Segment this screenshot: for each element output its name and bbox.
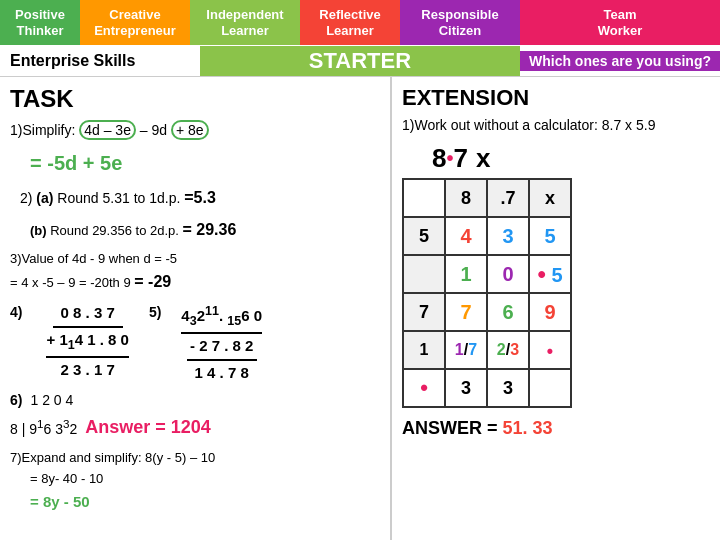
task-item-2b: (b) Round 29.356 to 2d.p. = 29.36	[30, 217, 380, 243]
subheader: Enterprise Skills STARTER Which ones are…	[0, 45, 720, 77]
grid-label-1: 1	[403, 331, 445, 369]
grid-cell-5-07: 3	[487, 217, 529, 255]
task-title: TASK	[10, 85, 380, 113]
task-item-6-long: 8 | 916 332 Answer = 1204	[10, 413, 380, 442]
grid-row-header: 8 .7 x	[403, 179, 571, 217]
task-panel: TASK 1)Simplify: 4d – 3e – 9d + 8e = -5d…	[0, 77, 390, 540]
grid-label-7: 7	[403, 293, 445, 331]
main-content: TASK 1)Simplify: 4d – 3e – 9d + 8e = -5d…	[0, 77, 720, 540]
tab-team[interactable]: TeamWorker	[520, 0, 720, 45]
task-item-2b-answer: = 29.36	[183, 221, 237, 238]
task-content: 1)Simplify: 4d – 3e – 9d + 8e = -5d + 5e…	[10, 119, 380, 514]
enterprise-skills-label: Enterprise Skills	[0, 52, 200, 70]
task-item-7-line1: = 8y- 40 - 10	[30, 469, 380, 490]
grid-header-7: 7	[453, 143, 467, 174]
task-item-2a-answer: =5.3	[184, 189, 216, 206]
extension-item-1: 1)Work out without a calculator: 8.7 x 5…	[402, 117, 710, 133]
which-ones-label: Which ones are you using?	[520, 51, 720, 71]
task-item-2b-label: (b) Round 29.356 to 2d.p.	[30, 223, 183, 238]
tab-responsible[interactable]: ResponsibleCitizen	[400, 0, 520, 45]
task-item-6-setup: 1 2 0 4	[30, 389, 73, 411]
header-tabs: PositiveThinker CreativeEntrepreneur Ind…	[0, 0, 720, 45]
multiplication-grid: 8 .7 x 5 4 3 5 1 0 • 5	[402, 178, 572, 408]
task-item-6-answer: Answer = 1204	[85, 413, 211, 442]
grid-header-col-8: 8	[445, 179, 487, 217]
task-item-1-answer: = -5d + 5e	[30, 147, 380, 179]
grid-cell-dot-07: 3	[487, 369, 529, 407]
answer-final: ANSWER = 51. 33	[402, 418, 710, 439]
task-item-7-line2: = 8y - 50	[30, 490, 380, 514]
grid-cell-7-07: 6	[487, 293, 529, 331]
grid-header-8: 8	[432, 143, 446, 174]
task-item-4-top: 0 8 . 3 7	[53, 301, 123, 328]
task-item-6-divisor: 8 | 916 332	[10, 415, 77, 440]
grid-cell-5-x: 5	[529, 217, 571, 255]
task-item-5-col: 43211. 156 0 - 2 7 . 8 2 1 4 . 7 8	[181, 301, 262, 385]
grid-row-5: 5 4 3 5	[403, 217, 571, 255]
task-item-1: 1)Simplify: 4d – 3e – 9d + 8e	[10, 119, 380, 141]
tab-positive-label: PositiveThinker	[15, 7, 65, 38]
tab-responsible-label: ResponsibleCitizen	[421, 7, 498, 38]
grid-header-col-07: .7	[487, 179, 529, 217]
task-item-5-top: 43211. 156 0	[181, 301, 262, 334]
grid-row-1: 1 1/7 2/3 •	[403, 331, 571, 369]
task-item-1-expr: 4d – 3e	[79, 120, 136, 140]
grid-cell-1-x: •	[529, 331, 571, 369]
task-item-4-result: 2 3 . 1 7	[61, 358, 115, 382]
grid-cell-dot-8: 3	[445, 369, 487, 407]
task-item-3-working: = 4 x -5 – 9 = -20th 9 = -29	[10, 269, 380, 295]
grid-cell-7-x: 9	[529, 293, 571, 331]
grid-cell-7-8: 7	[445, 293, 487, 331]
task-item-3-text: 3)Value of 4d - 9 when d = -5	[10, 249, 380, 270]
task-item-3: 3)Value of 4d - 9 when d = -5 = 4 x -5 –…	[10, 249, 380, 295]
task-item-6-div: 6) 1 2 0 4	[10, 389, 380, 411]
grid-header-row: 8 • 7 x	[432, 143, 710, 174]
grid-cell-1-8: 1/7	[445, 331, 487, 369]
grid-cell-09-07: 0	[487, 255, 529, 293]
grid-label-09	[403, 255, 445, 293]
task-item-2a: 2) (a) Round 5.31 to 1d.p. =5.3	[20, 185, 380, 211]
tab-positive[interactable]: PositiveThinker	[0, 0, 80, 45]
grid-cell-1-07: 2/3	[487, 331, 529, 369]
task-item-5-label: 5)	[149, 301, 161, 385]
task-item-1-expr2: – 9d	[140, 122, 167, 138]
grid-cell-corner	[403, 179, 445, 217]
task-item-4-add: + 114 1 . 8 0	[46, 328, 128, 358]
task-item-4-col: 0 8 . 3 7 + 114 1 . 8 0 2 3 . 1 7	[46, 301, 128, 385]
grid-cell-09-x: • 5	[529, 255, 571, 293]
grid-label-5: 5	[403, 217, 445, 255]
grid-row-dot: • 3 3	[403, 369, 571, 407]
grid-row-09: 1 0 • 5	[403, 255, 571, 293]
tab-creative[interactable]: CreativeEntrepreneur	[80, 0, 190, 45]
grid-row-7: 7 7 6 9	[403, 293, 571, 331]
extension-panel: EXTENSION 1)Work out without a calculato…	[390, 77, 720, 540]
grid-label-dot: •	[403, 369, 445, 407]
grid-cell-09-8: 1	[445, 255, 487, 293]
tab-independent-label: IndependentLearner	[206, 7, 283, 38]
task-item-2-num: 2)	[20, 190, 32, 206]
task-item-6-num: 6)	[10, 389, 22, 411]
task-item-1-expr3: + 8e	[171, 120, 209, 140]
grid-header-x: x	[476, 143, 490, 174]
grid-cell-dot-x	[529, 369, 571, 407]
grid-cell-5-8: 4	[445, 217, 487, 255]
task-item-7: 7)Expand and simplify: 8(y - 5) – 10 = 8…	[10, 448, 380, 514]
task-item-2a-label: (a) Round 5.31 to 1d.p.	[36, 190, 184, 206]
tab-creative-label: CreativeEntrepreneur	[94, 7, 176, 38]
task-item-6: 6) 1 2 0 4 8 | 916 332 Answer = 1204	[10, 389, 380, 442]
grid-container: 8 • 7 x 8 .7 x 5 4 3 5	[402, 143, 710, 439]
tab-reflective[interactable]: ReflectiveLearner	[300, 0, 400, 45]
task-item-45: 4) 0 8 . 3 7 + 114 1 . 8 0 2 3 . 1 7 5) …	[10, 301, 380, 385]
starter-label: STARTER	[200, 46, 520, 76]
grid-header-dot: •	[446, 147, 453, 170]
task-item-5-result: 1 4 . 7 8	[195, 361, 249, 385]
tab-independent[interactable]: IndependentLearner	[190, 0, 300, 45]
tab-reflective-label: ReflectiveLearner	[319, 7, 380, 38]
task-item-4-label: 4)	[10, 301, 22, 385]
tab-team-label: TeamWorker	[598, 7, 643, 38]
task-item-5-sub: - 2 7 . 8 2	[187, 334, 257, 361]
task-item-7-text: 7)Expand and simplify: 8(y - 5) – 10	[10, 448, 380, 469]
task-item-1-label: 1)Simplify:	[10, 122, 79, 138]
grid-header-col-x: x	[529, 179, 571, 217]
extension-title: EXTENSION	[402, 85, 710, 111]
